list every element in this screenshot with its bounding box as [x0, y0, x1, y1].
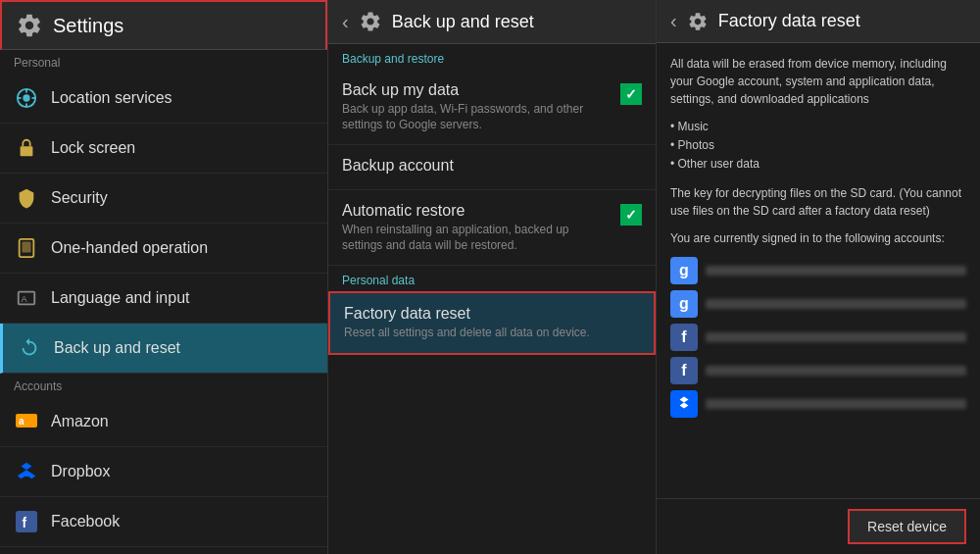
- svg-text:a: a: [19, 416, 24, 427]
- sidebar-item-lock-screen[interactable]: Lock screen: [0, 124, 327, 174]
- sidebar-item-label-lock-screen: Lock screen: [51, 139, 135, 157]
- amazon-icon: a: [14, 409, 39, 434]
- automatic-restore-title: Automatic restore: [342, 202, 611, 220]
- automatic-restore-content: Automatic restore When reinstalling an a…: [342, 202, 611, 253]
- sidebar-item-label-security: Security: [51, 189, 108, 207]
- personal-data-label: Personal data: [328, 266, 656, 291]
- sidebar-item-label-amazon: Amazon: [51, 413, 109, 430]
- factory-reset-description-3: You are currently signed in to the follo…: [670, 229, 966, 247]
- sidebar-item-dropbox[interactable]: Dropbox: [0, 447, 327, 497]
- facebook-icon: f: [14, 509, 39, 534]
- sidebar-item-label-facebook: Facebook: [51, 513, 120, 530]
- backup-account-item[interactable]: Backup account: [328, 145, 656, 190]
- middle-panel-title: Back up and reset: [392, 12, 534, 32]
- middle-back-arrow[interactable]: ‹: [342, 11, 349, 33]
- backup-account-content: Backup account: [342, 157, 642, 177]
- backup-my-data-title: Back up my data: [342, 81, 611, 99]
- security-icon: [14, 185, 39, 211]
- right-panel-header: ‹ Factory data reset: [657, 0, 980, 43]
- bullet-music: • Music: [670, 118, 966, 136]
- sidebar-item-facebook[interactable]: f Facebook: [0, 497, 327, 547]
- language-icon: A: [14, 285, 39, 311]
- bullet-user-data: • Other user data: [670, 155, 966, 174]
- factory-reset-description-2: The key for decrypting files on the SD c…: [670, 184, 966, 220]
- middle-panel-header: ‹ Back up and reset: [328, 0, 656, 44]
- sidebar-item-amazon[interactable]: a Amazon: [0, 397, 327, 447]
- google-icon-1: g: [670, 257, 698, 284]
- personal-section-label: Personal: [0, 50, 327, 74]
- automatic-restore-check: ✓: [625, 207, 637, 223]
- right-back-arrow[interactable]: ‹: [670, 10, 677, 32]
- accounts-section-label: Accounts: [0, 374, 327, 397]
- account-dropbox: [670, 390, 966, 418]
- account-facebook-2: f: [670, 357, 966, 384]
- settings-title: Settings: [53, 15, 123, 37]
- sidebar-item-location[interactable]: Location services: [0, 74, 327, 124]
- backup-my-data-checkbox[interactable]: ✓: [620, 83, 642, 105]
- backup-restore-label: Backup and restore: [328, 44, 656, 70]
- factory-data-reset-item[interactable]: Factory data reset Reset all settings an…: [328, 291, 656, 355]
- svg-text:f: f: [22, 516, 26, 530]
- google-icon-2: g: [670, 290, 698, 318]
- automatic-restore-subtitle: When reinstalling an application, backed…: [342, 223, 611, 253]
- sidebar-item-language[interactable]: A Language and input: [0, 274, 327, 324]
- factory-reset-description-1: All data will be erased from device memo…: [670, 55, 966, 108]
- backup-icon: [17, 335, 42, 361]
- factory-data-reset-subtitle: Reset all settings and delete all data o…: [344, 326, 640, 341]
- account-bar-dropbox: [706, 399, 966, 409]
- backup-my-data-check: ✓: [625, 86, 637, 102]
- dropbox-icon-account: [670, 390, 698, 418]
- dropbox-icon: [14, 459, 39, 484]
- sidebar-item-backup[interactable]: Back up and reset: [0, 324, 327, 374]
- bullet-list: • Music • Photos • Other user data: [670, 118, 966, 175]
- left-panel: Settings Personal Location services Lock…: [0, 0, 328, 554]
- backup-account-title: Backup account: [342, 157, 642, 175]
- account-google-1: g: [670, 257, 966, 284]
- sidebar-item-security[interactable]: Security: [0, 174, 327, 224]
- account-bar-facebook-1: [706, 332, 966, 342]
- reset-device-button[interactable]: Reset device: [848, 509, 966, 544]
- svg-rect-6: [21, 146, 33, 156]
- account-bar-google-2: [706, 299, 966, 309]
- svg-rect-8: [22, 242, 30, 253]
- right-panel-content: All data will be erased from device memo…: [657, 43, 980, 498]
- factory-data-reset-title: Factory data reset: [344, 305, 640, 323]
- automatic-restore-checkbox[interactable]: ✓: [620, 204, 642, 226]
- lock-screen-icon: [14, 135, 39, 161]
- svg-point-1: [23, 94, 29, 101]
- account-bar-facebook-2: [706, 366, 966, 376]
- factory-data-reset-content: Factory data reset Reset all settings an…: [344, 305, 640, 341]
- sidebar-item-one-handed[interactable]: One-handed operation: [0, 224, 327, 274]
- bullet-photos: • Photos: [670, 136, 966, 155]
- backup-my-data-content: Back up my data Back up app data, Wi-Fi …: [342, 81, 611, 132]
- right-gear-icon: [687, 11, 709, 32]
- backup-my-data-subtitle: Back up app data, Wi-Fi passwords, and o…: [342, 102, 611, 132]
- settings-header: Settings: [0, 0, 327, 50]
- right-panel: ‹ Factory data reset All data will be er…: [657, 0, 980, 554]
- right-panel-title: Factory data reset: [718, 11, 860, 31]
- account-bar-google-1: [706, 266, 966, 276]
- reset-device-section: Reset device: [657, 498, 980, 554]
- account-facebook-1: f: [670, 324, 966, 351]
- backup-my-data-item[interactable]: Back up my data Back up app data, Wi-Fi …: [328, 70, 656, 145]
- sidebar-item-label-dropbox: Dropbox: [51, 463, 110, 480]
- middle-gear-icon: [359, 10, 382, 33]
- sidebar-item-label-one-handed: One-handed operation: [51, 239, 208, 257]
- facebook-icon-2: f: [670, 357, 698, 384]
- location-icon: [14, 85, 39, 111]
- sidebar-item-label-location: Location services: [51, 89, 172, 107]
- settings-gear-icon: [16, 12, 43, 39]
- automatic-restore-item[interactable]: Automatic restore When reinstalling an a…: [328, 190, 656, 266]
- svg-text:A: A: [22, 294, 28, 304]
- sidebar-item-label-language: Language and input: [51, 289, 189, 307]
- sidebar-item-label-backup: Back up and reset: [54, 339, 180, 357]
- account-google-2: g: [670, 290, 966, 318]
- facebook-icon-1: f: [670, 324, 698, 351]
- middle-panel: ‹ Back up and reset Backup and restore B…: [328, 0, 657, 554]
- one-handed-icon: [14, 235, 39, 261]
